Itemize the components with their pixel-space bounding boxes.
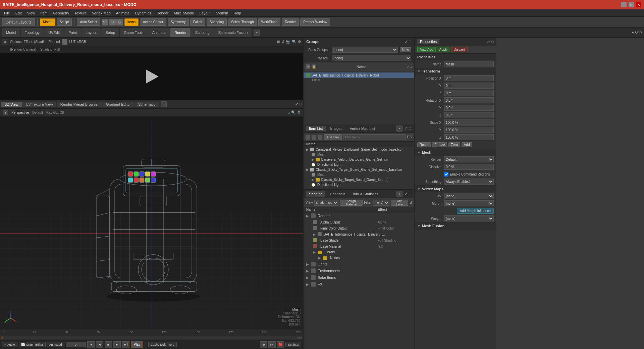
shading-base-shader[interactable]: Base Shader Full Shading xyxy=(304,237,414,243)
tab-channels[interactable]: Channels xyxy=(327,191,348,197)
tab-uv-texture[interactable]: UV Texture View xyxy=(22,102,56,107)
tab-model[interactable]: Model xyxy=(2,28,20,37)
expand-saite[interactable]: ▶ xyxy=(313,233,316,236)
item-classic-scene[interactable]: ▶ Classic_Sticky_Target_Board_Game_Set_m… xyxy=(304,167,414,172)
expand-vp-icon[interactable]: ⤢ xyxy=(295,102,298,106)
render-button[interactable]: Render xyxy=(282,18,299,26)
item-canaveral-group[interactable]: ▶ Canaveral_Velcro_Dartboard_Game_Set (2… xyxy=(304,157,414,162)
next-end-button[interactable]: ►| xyxy=(122,341,129,348)
fullscreen-items-icon[interactable]: □ xyxy=(409,126,411,131)
next-frame-button[interactable]: ► xyxy=(113,341,121,348)
snapping-button[interactable]: Snapping xyxy=(207,18,227,26)
items-f-icon[interactable]: F xyxy=(407,135,409,139)
expand-environments[interactable]: ▶ xyxy=(306,269,309,273)
add-transform-button[interactable]: Add xyxy=(462,142,472,147)
shield-icon-2[interactable]: 🛡 xyxy=(109,19,116,26)
dissolve-input[interactable] xyxy=(444,164,494,170)
fullscreen-props-icon[interactable]: □ xyxy=(491,40,494,44)
tab-animate[interactable]: Animate xyxy=(148,28,170,37)
model-button[interactable]: Model xyxy=(40,18,55,26)
new-group-button[interactable]: New xyxy=(400,47,411,52)
expand-canaveral[interactable]: ▶ xyxy=(306,148,309,151)
auto-select-button[interactable]: Auto Select xyxy=(77,18,100,26)
tab-scripting[interactable]: Scripting xyxy=(191,28,214,37)
menu-system[interactable]: System xyxy=(213,10,231,16)
name-input[interactable] xyxy=(444,61,494,67)
tab-schematic[interactable]: Schematic xyxy=(135,102,159,107)
prev-start-button[interactable]: |◄ xyxy=(87,341,95,348)
maximize-button[interactable]: □ xyxy=(629,2,634,7)
tab-render-preset[interactable]: Render Preset Browser xyxy=(57,102,102,107)
expand-transform[interactable]: ▼ xyxy=(417,69,421,73)
item-canaveral-scene[interactable]: ▶ Canaveral_Velcro_Dartboard_Game_Set_mo… xyxy=(304,147,414,152)
freeze-button[interactable]: Freeze xyxy=(432,142,447,147)
tab-gradient[interactable]: Gradient Editor xyxy=(103,102,134,107)
assign-material-button[interactable]: Assign Material xyxy=(340,200,363,206)
filter-items-input[interactable] xyxy=(343,134,406,140)
tab-topology[interactable]: Topology xyxy=(21,28,44,37)
graph-editor-button[interactable]: 📈 Graph Editor xyxy=(19,342,46,347)
apply-button[interactable]: Apply xyxy=(437,47,450,52)
home-icon[interactable]: ⌂ xyxy=(287,110,290,115)
play-button[interactable]: Play xyxy=(131,341,143,348)
fullscreen-icon[interactable]: □ xyxy=(300,102,302,106)
shield-icon-1[interactable]: 🛡 xyxy=(102,19,108,26)
expand-bake[interactable]: ▶ xyxy=(306,276,309,280)
rot-y-input[interactable] xyxy=(444,105,494,111)
scale-z-input[interactable] xyxy=(444,134,494,140)
tab-game-tools[interactable]: Game Tools xyxy=(120,28,148,37)
render-window-button[interactable]: Render Window xyxy=(300,18,330,26)
item-dir-light-2[interactable]: Directional Light xyxy=(304,182,414,187)
sculpt-button[interactable]: Sculpt xyxy=(57,18,72,26)
tab-layout[interactable]: Layout xyxy=(82,28,101,37)
items-render-icon[interactable] xyxy=(312,135,316,140)
item-dir-light-1[interactable]: Directional Light xyxy=(304,162,414,167)
tab-paint[interactable]: Paint xyxy=(64,28,81,37)
stop-button[interactable]: ■ xyxy=(105,341,112,348)
tab-info-stats[interactable]: Info & Statistics xyxy=(350,191,381,197)
default-layouts-button[interactable]: Default Layouts xyxy=(2,18,35,26)
tab-vertex-map-list[interactable]: Vertex Map List xyxy=(347,126,378,131)
tab-properties[interactable]: Properties xyxy=(417,39,439,44)
transport-3[interactable]: 🔴 xyxy=(277,341,284,348)
tab-images[interactable]: Images xyxy=(328,126,345,131)
expand-props-icon[interactable]: ⤢ xyxy=(487,40,490,44)
shading-alpha[interactable]: Alpha Output Alpha xyxy=(304,219,414,225)
falloff-button[interactable]: Falloff xyxy=(190,18,205,26)
morph-dropdown[interactable]: (none) xyxy=(444,200,494,206)
cache-deformers-button[interactable]: Cache Deformers xyxy=(148,342,177,347)
shading-final-color[interactable]: Final Color Output Final Color xyxy=(304,225,414,231)
refresh-icon[interactable]: ↺ xyxy=(281,40,284,44)
menu-render[interactable]: Render xyxy=(154,10,171,16)
item-mesh-1[interactable]: Mesh xyxy=(304,152,414,157)
menu-texture[interactable]: Texture xyxy=(72,10,89,16)
search-icon[interactable]: 🔍 xyxy=(292,40,297,44)
transport-2[interactable]: ⏭ xyxy=(268,341,276,348)
viewport-3d[interactable]: Mesh Channels: 0 Deformers: ON GL: 692,7… xyxy=(0,117,303,329)
groups-expand-icon[interactable]: ⤢ xyxy=(407,65,409,68)
expand-vertex-maps[interactable]: ▼ xyxy=(417,187,421,191)
menu-layout[interactable]: Layout xyxy=(197,10,213,16)
tab-3d-view[interactable]: 3D View xyxy=(1,102,22,107)
menu-maxtomodo[interactable]: MaxToModo xyxy=(171,10,197,16)
expand-shading-icon[interactable]: ⤢ xyxy=(405,192,408,196)
fullscreen-groups-icon[interactable]: □ xyxy=(409,40,411,44)
timeline-bar[interactable]: 0 225 xyxy=(0,335,303,340)
add-shading-tab[interactable]: + xyxy=(396,191,402,197)
auto-add-button[interactable]: Auto Add xyxy=(417,47,436,52)
item-classic-group[interactable]: ▶ Classic_Sticky_Target_Board_Game_Set (… xyxy=(304,177,414,182)
group-item-saite[interactable]: SAITE_Intelligence_Hospital_Delivery_Rob… xyxy=(304,72,414,78)
tab-shading[interactable]: Shading xyxy=(306,191,325,197)
passes-select[interactable]: (none) xyxy=(332,55,411,61)
menu-dynamics[interactable]: Dynamics xyxy=(132,10,154,16)
shield-icon-3[interactable]: 🛡 xyxy=(116,19,123,26)
menu-item[interactable]: Item xyxy=(38,10,50,16)
items-button[interactable]: Items xyxy=(124,18,139,26)
smoothing-dropdown[interactable]: Always Enabled xyxy=(444,179,494,185)
gear-icon[interactable]: ⚙ xyxy=(297,110,301,115)
add-layer-button[interactable]: Add Layer xyxy=(391,200,408,206)
workplane-button[interactable]: WorkPlane xyxy=(258,18,281,26)
expand-groups-icon[interactable]: ⤢ xyxy=(405,40,408,44)
rot-z-input[interactable] xyxy=(444,112,494,118)
expand-fx[interactable]: ▶ xyxy=(306,283,309,286)
